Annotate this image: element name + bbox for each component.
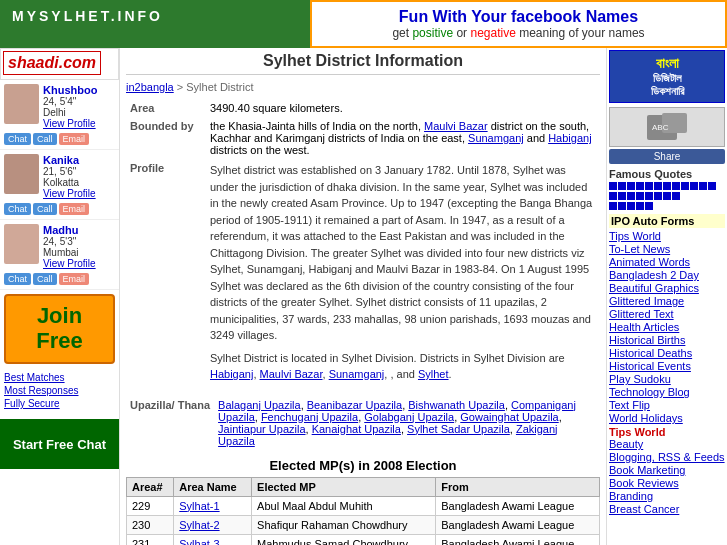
call-btn-3[interactable]: Call [33, 273, 57, 285]
sidebar-link-1[interactable]: To-Let News [609, 243, 725, 255]
join-text: Join [10, 304, 109, 328]
left-sidebar: shaadi.com Khushboo 24, 5'4" Delhi View … [0, 48, 120, 545]
tips-link-4[interactable]: Branding [609, 490, 725, 502]
cell-name-2: Sylhat-3 [174, 534, 252, 545]
best-matches-link[interactable]: Best Matches [4, 372, 115, 383]
sidebar-link-12[interactable]: Technology Blog [609, 386, 725, 398]
sidebar-link-4[interactable]: Beautiful Graphics [609, 282, 725, 294]
upazilla-link-5[interactable]: Golabganj Upazila [364, 411, 454, 423]
sidebar-link-10[interactable]: Historical Events [609, 360, 725, 372]
profile-photo-3 [4, 224, 39, 264]
profile-text: Sylhet district was established on 3 Jan… [210, 162, 596, 344]
sidebar-link-5[interactable]: Glittered Image [609, 295, 725, 307]
header-banner: Fun With Your facebook Names get positiv… [310, 0, 727, 48]
tips-link-1[interactable]: Blogging, RSS & Feeds [609, 451, 725, 463]
upazilla-table: Upazilla/ Thana Balaganj Upazila, Beanib… [126, 396, 600, 450]
blue-block [663, 182, 671, 190]
upazilla-link-1[interactable]: Beanibazar Upazila [307, 399, 402, 411]
upazilla-link-4[interactable]: Fenchuganj Upazila [261, 411, 358, 423]
area-name-link-2[interactable]: Sylhat-3 [179, 538, 219, 546]
start-free-chat[interactable]: Start Free Chat [0, 419, 119, 469]
upazilla-link-7[interactable]: Jaintiapur Upazila [218, 423, 305, 435]
tips-link-5[interactable]: Breast Cancer [609, 503, 725, 515]
upazilla-link-8[interactable]: Kanaighat Upazila [312, 423, 401, 435]
upazilla-link-6[interactable]: Gowainghat Upazila [460, 411, 558, 423]
share-button[interactable]: Share [609, 149, 725, 164]
email-btn-2[interactable]: Email [59, 203, 90, 215]
fully-secure-link[interactable]: Fully Secure [4, 398, 115, 409]
cell-name-0: Sylhat-1 [174, 496, 252, 515]
cell-from-2: Bangladesh Awami League [436, 534, 600, 545]
blue-block [681, 182, 689, 190]
maulvi-link[interactable]: Maulvi Bazar [260, 368, 323, 380]
header-logo[interactable]: MYSYLHET.INFO [0, 0, 310, 48]
shaadi-logo: shaadi.com [3, 51, 101, 75]
positive-word: positive [412, 26, 453, 40]
blue-block [672, 192, 680, 200]
sylhet-link[interactable]: Sylhet [418, 368, 449, 380]
tips-link-3[interactable]: Book Reviews [609, 477, 725, 489]
profile-buttons-2: Chat Call Email [4, 201, 115, 215]
chat-btn-3[interactable]: Chat [4, 273, 31, 285]
sidebar-link-13[interactable]: Text Flip [609, 399, 725, 411]
blue-block [609, 182, 617, 190]
sidebar-link-7[interactable]: Health Articles [609, 321, 725, 333]
upazilla-link-2[interactable]: Bishwanath Upazila [408, 399, 505, 411]
sidebar-link-14[interactable]: World Holidays [609, 412, 725, 424]
most-responses-link[interactable]: Most Responses [4, 385, 115, 396]
page-title: Sylhet District Information [126, 52, 600, 75]
sidebar-link-2[interactable]: Animated Words [609, 256, 725, 268]
blue-block [663, 192, 671, 200]
profile-row: Profile Sylhet district was established … [126, 159, 600, 390]
blue-blocks-2 [609, 192, 725, 200]
site-name-link[interactable]: MYSYLHET.INFO [12, 8, 163, 24]
profile-buttons-3: Chat Call Email [4, 271, 115, 285]
blue-block [618, 182, 626, 190]
dict-icon: ABC [642, 110, 692, 145]
breadcrumb-link[interactable]: in2bangla [126, 81, 174, 93]
area-label: Area [126, 99, 206, 117]
tips-link-0[interactable]: Beauty [609, 438, 725, 450]
blue-block [690, 182, 698, 190]
call-btn-2[interactable]: Call [33, 203, 57, 215]
bounded-row: Bounded by the Khasia-Jainta hills of In… [126, 117, 600, 159]
email-btn-3[interactable]: Email [59, 273, 90, 285]
col-from: From [436, 477, 600, 496]
call-btn-1[interactable]: Call [33, 133, 57, 145]
shaadi-ad[interactable]: shaadi.com [0, 48, 119, 80]
elected-row-0: 229Sylhat-1Abul Maal Abdul MuhithBanglad… [127, 496, 600, 515]
upazilla-section: Upazilla/ Thana Balaganj Upazila, Beanib… [126, 396, 600, 450]
chat-btn-2[interactable]: Chat [4, 203, 31, 215]
tips-link-2[interactable]: Book Marketing [609, 464, 725, 476]
cell-area-0: 229 [127, 496, 174, 515]
upazilla-link-9[interactable]: Sylhet Sadar Upazila [407, 423, 510, 435]
main-layout: shaadi.com Khushboo 24, 5'4" Delhi View … [0, 48, 727, 545]
header: MYSYLHET.INFO Fun With Your facebook Nam… [0, 0, 727, 48]
sidebar-link-9[interactable]: Historical Deaths [609, 347, 725, 359]
habiganj-link-bounded[interactable]: Habiganj [548, 132, 591, 144]
chat-btn-1[interactable]: Chat [4, 133, 31, 145]
maulvi-bazar-link[interactable]: Maulvi Bazar [424, 120, 488, 132]
sunamganj-link2[interactable]: Sunamganj [329, 368, 385, 380]
blue-block [627, 182, 635, 190]
sidebar-link-3[interactable]: Bangladesh 2 Day [609, 269, 725, 281]
col-area-name: Area Name [174, 477, 252, 496]
dict-label: ডিজিটাল [614, 72, 720, 85]
upazilla-link-0[interactable]: Balaganj Upazila [218, 399, 301, 411]
blue-block [636, 202, 644, 210]
dict-label2: ডিকশনারি [614, 85, 720, 98]
sidebar-link-6[interactable]: Glittered Text [609, 308, 725, 320]
fun-sub: get positive or negative meaning of your… [322, 26, 715, 40]
area-name-link-0[interactable]: Sylhat-1 [179, 500, 219, 512]
sidebar-link-11[interactable]: Play Sudoku [609, 373, 725, 385]
sidebar-link-0[interactable]: Tips World [609, 230, 725, 242]
join-free-box[interactable]: Join Free [4, 294, 115, 364]
sunamganj-link-bounded[interactable]: Sunamganj [468, 132, 524, 144]
profile-card-2: Kanika 21, 5'6" Kolkatta View Profile Ch… [0, 150, 119, 220]
area-name-link-1[interactable]: Sylhat-2 [179, 519, 219, 531]
sidebar-link-8[interactable]: Historical Births [609, 334, 725, 346]
email-btn-1[interactable]: Email [59, 133, 90, 145]
blue-block [645, 182, 653, 190]
svg-text:ABC: ABC [652, 123, 669, 132]
habiganj-link[interactable]: Habiganj [210, 368, 253, 380]
